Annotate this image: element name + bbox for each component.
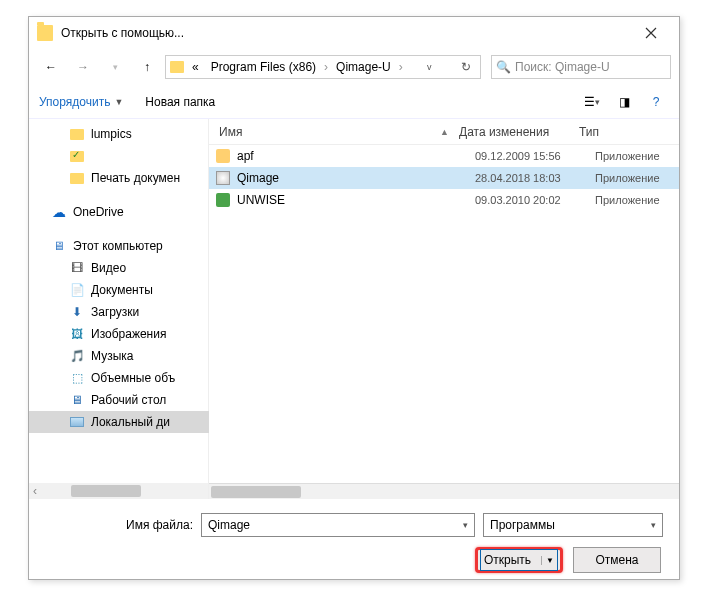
open-button[interactable]: Открыть▼ (475, 547, 563, 573)
tree-item[interactable]: ☁ OneDrive (29, 201, 209, 223)
filename-label: Имя файла: (45, 518, 193, 532)
col-type[interactable]: Тип (579, 125, 679, 139)
tree-wrap: lumpics ✓ Печать докумен ☁ OneDrive 🖥 Эт… (29, 119, 209, 499)
chevron-right-icon: › (324, 60, 328, 74)
new-folder-button[interactable]: Новая папка (145, 95, 215, 109)
refresh-button[interactable]: ↻ (456, 60, 476, 74)
folder-icon (69, 126, 85, 142)
help-button[interactable]: ? (643, 91, 669, 113)
folder-check-icon: ✓ (69, 148, 85, 164)
tree-item[interactable]: 🎞 Видео (29, 257, 209, 279)
window-title: Открыть с помощью... (61, 26, 631, 40)
tree-item[interactable]: 🎵 Музыка (29, 345, 209, 367)
filename-input[interactable]: Qimage ▾ (201, 513, 475, 537)
filter-value: Программы (490, 518, 555, 532)
app2-icon (215, 170, 231, 186)
scroll-thumb[interactable] (71, 485, 141, 497)
file-name: apf (237, 149, 475, 163)
cancel-button[interactable]: Отмена (573, 547, 661, 573)
app3-icon (215, 192, 231, 208)
search-placeholder: Поиск: Qimage-U (515, 60, 610, 74)
file-date: 28.04.2018 18:03 (475, 172, 595, 184)
open-label: Открыть (484, 553, 531, 567)
preview-pane-button[interactable]: ◨ (611, 91, 637, 113)
file-row[interactable]: apf 09.12.2009 15:56 Приложение (209, 145, 679, 167)
file-name: UNWISE (237, 193, 475, 207)
file-row[interactable]: Qimage 28.04.2018 18:03 Приложение (209, 167, 679, 189)
tree-item-label: Печать докумен (91, 171, 180, 185)
pc-icon: 🖥 (51, 238, 67, 254)
pane-icon: ◨ (619, 95, 630, 109)
navbar: ← → ▾ ↑ « Program Files (x86) › Qimage-U… (29, 49, 679, 85)
sort-asc-icon: ▲ (440, 127, 449, 137)
file-type: Приложение (595, 194, 679, 206)
tree-item[interactable]: Печать докумен (29, 167, 209, 189)
music-icon: 🎵 (69, 348, 85, 364)
chevron-down-icon[interactable]: ▾ (651, 520, 656, 530)
tree-item[interactable]: 🖥 Рабочий стол (29, 389, 209, 411)
chevron-right-icon: › (399, 60, 403, 74)
tree-item[interactable]: 📄 Документы (29, 279, 209, 301)
addr-dropdown[interactable]: v (419, 62, 439, 72)
tree-item[interactable]: 🖥 Этот компьютер (29, 235, 209, 257)
disk-icon (69, 414, 85, 430)
doc-icon: 📄 (69, 282, 85, 298)
up-button[interactable]: ↑ (133, 53, 161, 81)
tree-item-label: Изображения (91, 327, 166, 341)
help-icon: ? (653, 95, 660, 109)
tree-item[interactable]: lumpics (29, 123, 209, 145)
close-button[interactable] (631, 19, 671, 47)
img-icon: 🖼 (69, 326, 85, 342)
chevron-down-icon: ▼ (541, 556, 554, 565)
tree-item[interactable]: ⬚ Объемные объ (29, 367, 209, 389)
recent-dropdown[interactable]: ▾ (101, 53, 129, 81)
tree-item[interactable]: ⬇ Загрузки (29, 301, 209, 323)
down-icon: ⬇ (69, 304, 85, 320)
app1-icon (215, 148, 231, 164)
tree-item[interactable]: ✓ (29, 145, 209, 167)
tree-item-label: Музыка (91, 349, 133, 363)
filetype-filter[interactable]: Программы ▾ (483, 513, 663, 537)
body: lumpics ✓ Печать докумен ☁ OneDrive 🖥 Эт… (29, 119, 679, 499)
address-bar[interactable]: « Program Files (x86) › Qimage-U › v ↻ (165, 55, 481, 79)
forward-button[interactable]: → (69, 53, 97, 81)
video-icon: 🎞 (69, 260, 85, 276)
tree-item[interactable]: 🖼 Изображения (29, 323, 209, 345)
file-row[interactable]: UNWISE 09.03.2010 20:02 Приложение (209, 189, 679, 211)
tree-item-label: Документы (91, 283, 153, 297)
filename-value: Qimage (208, 518, 250, 532)
tree-item-label: Видео (91, 261, 126, 275)
file-type: Приложение (595, 150, 679, 162)
search-input[interactable]: 🔍 Поиск: Qimage-U (491, 55, 671, 79)
scroll-thumb[interactable] (211, 486, 301, 498)
search-icon: 🔍 (496, 60, 511, 74)
cloud-icon: ☁ (51, 204, 67, 220)
tree-item-label: Объемные объ (91, 371, 175, 385)
view-button[interactable]: ☰▾ (579, 91, 605, 113)
toolbar: Упорядочить ▼ Новая папка ☰▾ ◨ ? (29, 85, 679, 119)
chevron-down-icon[interactable]: ▾ (463, 520, 468, 530)
breadcrumb-seg[interactable]: Program Files (x86) (207, 58, 320, 76)
view-icon: ☰ (584, 95, 595, 109)
col-name[interactable]: Имя▲ (209, 125, 459, 139)
file-date: 09.03.2010 20:02 (475, 194, 595, 206)
file-name: Qimage (237, 171, 475, 185)
list-scrollbar[interactable] (209, 483, 679, 499)
tree-item[interactable]: Локальный ди (29, 411, 209, 433)
back-button[interactable]: ← (37, 53, 65, 81)
tree-item-label: lumpics (91, 127, 132, 141)
file-list: Имя▲ Дата изменения Тип apf 09.12.2009 1… (209, 119, 679, 499)
footer: Имя файла: Qimage ▾ Программы ▾ Открыть▼… (29, 499, 679, 573)
tree-item-label: Рабочий стол (91, 393, 166, 407)
col-date[interactable]: Дата изменения (459, 125, 579, 139)
list-header: Имя▲ Дата изменения Тип (209, 119, 679, 145)
titlebar: Открыть с помощью... (29, 17, 679, 49)
organize-menu[interactable]: Упорядочить ▼ (39, 95, 123, 109)
tree-scrollbar[interactable]: ‹ (29, 483, 208, 499)
file-date: 09.12.2009 15:56 (475, 150, 595, 162)
scroll-left-icon: ‹ (29, 484, 41, 498)
folder-icon (69, 170, 85, 186)
nav-tree[interactable]: lumpics ✓ Печать докумен ☁ OneDrive 🖥 Эт… (29, 119, 209, 483)
tree-item-label: OneDrive (73, 205, 124, 219)
breadcrumb-seg[interactable]: Qimage-U (332, 58, 395, 76)
